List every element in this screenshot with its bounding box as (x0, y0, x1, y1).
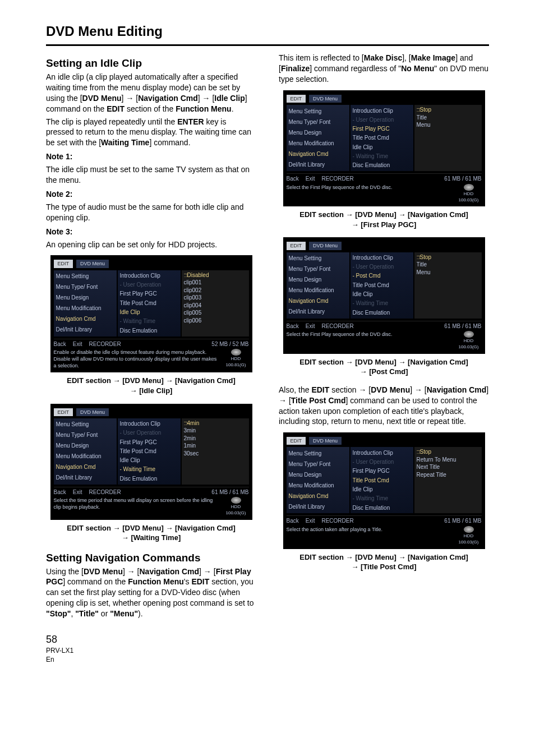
p2-row[interactable]: - Waiting Time (353, 153, 411, 160)
p1-row[interactable]: Menu Design (56, 294, 114, 302)
back-button[interactable]: Back (287, 517, 299, 525)
p1-row[interactable]: Navigation Cmd (289, 297, 347, 305)
p3-row[interactable]: Next Title (417, 463, 479, 471)
tab-edit[interactable]: EDIT (54, 260, 73, 268)
p3-row[interactable]: 1min (184, 442, 247, 450)
p2-row[interactable]: First Play PGC (353, 467, 411, 475)
tab-edit[interactable]: EDIT (287, 437, 306, 445)
p2-row[interactable]: - Waiting Time (120, 465, 178, 473)
p1-row[interactable]: Del/Init Library (289, 161, 347, 169)
p1-row[interactable]: Menu Setting (56, 273, 114, 280)
p1-row[interactable]: Menu Design (56, 442, 114, 450)
p2-row[interactable]: - Waiting Time (353, 299, 411, 307)
p1-row[interactable]: Del/Init Library (289, 308, 347, 316)
p1-row[interactable]: Menu Setting (289, 450, 347, 458)
p1-row[interactable]: Menu Design (289, 129, 347, 137)
p2-row[interactable]: Title Post Cmd (353, 282, 411, 289)
back-button[interactable]: Back (287, 175, 299, 183)
p3-row[interactable]: Title (417, 114, 479, 122)
p3-row[interactable]: □Stop (417, 448, 479, 456)
exit-button[interactable]: Exit (306, 322, 315, 330)
back-button[interactable]: Back (287, 322, 299, 330)
exit-button[interactable]: Exit (306, 175, 315, 183)
p2-row[interactable]: Idle Clip (353, 486, 411, 494)
p1-row[interactable]: Del/Init Library (289, 503, 347, 511)
p2-row[interactable]: - Waiting Time (120, 317, 178, 325)
p2-row[interactable]: Introduction Clip (353, 449, 411, 457)
p1-row[interactable]: Navigation Cmd (289, 150, 347, 158)
p2-row[interactable]: Title Post Cmd (353, 134, 411, 142)
p2-row[interactable]: Introduction Clip (120, 272, 178, 280)
p1-row[interactable]: Menu Type/ Font (289, 265, 347, 273)
p2-row[interactable]: First Play PGC (120, 439, 178, 446)
p3-row[interactable]: 30sec (184, 450, 247, 458)
p1-row[interactable]: Navigation Cmd (56, 315, 114, 323)
p3-row[interactable]: □Stop (417, 106, 479, 114)
p2-row[interactable]: Title Post Cmd (120, 299, 178, 307)
p2-row[interactable]: Idle Clip (120, 308, 178, 316)
p1-row[interactable]: Menu Setting (289, 255, 347, 262)
p2-row[interactable]: Introduction Clip (353, 107, 411, 115)
p1-row[interactable]: Menu Modification (289, 140, 347, 147)
tab-edit[interactable]: EDIT (54, 408, 73, 416)
p3-row[interactable]: clip001 (184, 279, 247, 287)
tab-edit[interactable]: EDIT (287, 95, 306, 103)
p1-row[interactable]: Menu Modification (56, 305, 114, 312)
p2-row[interactable]: Disc Emulation (120, 327, 178, 335)
p1-row[interactable]: Menu Modification (56, 453, 114, 460)
tab-dvd-menu[interactable]: DVD Menu (309, 95, 342, 103)
p2-row[interactable]: - User Operation (120, 429, 178, 437)
p1-row[interactable]: Menu Type/ Font (289, 460, 347, 468)
p1-row[interactable]: Del/Init Library (56, 326, 114, 334)
p1-row[interactable]: Navigation Cmd (289, 492, 347, 500)
p2-row[interactable]: Introduction Clip (353, 254, 411, 262)
p2-row[interactable]: - Waiting Time (353, 495, 411, 503)
p1-row[interactable]: Menu Setting (289, 108, 347, 116)
p1-row[interactable]: Menu Type/ Font (56, 431, 114, 439)
p2-row[interactable]: Introduction Clip (120, 420, 178, 428)
p2-row[interactable]: Idle Clip (353, 291, 411, 298)
p1-row[interactable]: Menu Design (289, 276, 347, 284)
p2-row[interactable]: Disc Emulation (120, 475, 178, 483)
p3-row[interactable]: □Stop (417, 253, 479, 261)
p1-row[interactable]: Menu Type/ Font (289, 118, 347, 126)
p3-row[interactable]: clip004 (184, 302, 247, 310)
p2-row[interactable]: - User Operation (353, 263, 411, 271)
tab-dvd-menu[interactable]: DVD Menu (76, 260, 109, 268)
p1-row[interactable]: Menu Modification (289, 287, 347, 294)
p3-row[interactable]: □4min (184, 420, 247, 427)
p2-row[interactable]: Title Post Cmd (353, 477, 411, 485)
back-button[interactable]: Back (54, 488, 66, 496)
p1-row[interactable]: Navigation Cmd (56, 463, 114, 471)
p3-row[interactable]: 2min (184, 435, 247, 442)
p2-row[interactable]: Disc Emulation (353, 504, 411, 512)
p2-row[interactable]: Idle Clip (120, 457, 178, 464)
exit-button[interactable]: Exit (73, 340, 82, 348)
p3-row[interactable]: clip002 (184, 287, 247, 294)
p3-row[interactable]: □Disabled (184, 271, 247, 279)
p3-row[interactable]: clip003 (184, 294, 247, 302)
p1-row[interactable]: Menu Setting (56, 421, 114, 428)
p3-row[interactable]: Repeat Title (417, 471, 479, 479)
p2-row[interactable]: - User Operation (120, 281, 178, 289)
p3-row[interactable]: Return To Menu (417, 456, 479, 464)
p3-row[interactable]: 3min (184, 427, 247, 435)
p1-row[interactable]: Menu Design (289, 471, 347, 479)
p2-row[interactable]: Title Post Cmd (120, 448, 178, 455)
exit-button[interactable]: Exit (306, 517, 315, 525)
p3-row[interactable]: Menu (417, 269, 479, 276)
tab-edit[interactable]: EDIT (287, 242, 306, 250)
p2-row[interactable]: - Post Cmd (353, 272, 411, 280)
p1-row[interactable]: Menu Type/ Font (56, 283, 114, 291)
p3-row[interactable]: clip005 (184, 309, 247, 317)
p2-row[interactable]: Idle Clip (353, 144, 411, 151)
p3-row[interactable]: clip006 (184, 317, 247, 325)
tab-dvd-menu[interactable]: DVD Menu (309, 437, 342, 445)
p2-row[interactable]: - User Operation (353, 116, 411, 124)
p3-row[interactable]: Title (417, 261, 479, 269)
back-button[interactable]: Back (54, 340, 66, 348)
p1-row[interactable]: Del/Init Library (56, 474, 114, 482)
tab-dvd-menu[interactable]: DVD Menu (309, 242, 342, 250)
p2-row[interactable]: Disc Emulation (353, 162, 411, 169)
p2-row[interactable]: First Play PGC (120, 290, 178, 298)
